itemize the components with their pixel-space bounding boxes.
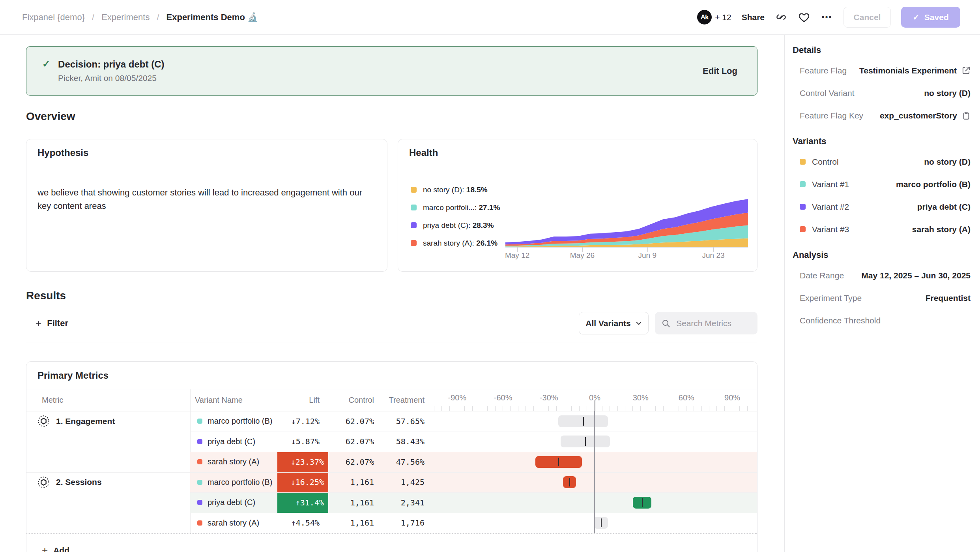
add-metric-button[interactable]: + Add [26,533,757,552]
external-link-icon[interactable] [961,66,971,75]
sidebar-row-value: no story (D) [924,157,971,167]
row-separator [190,452,757,452]
ruler-tick [632,406,633,411]
control-cell: 1,161 [326,513,374,533]
variant-name-cell: sarah story (A) [197,452,259,472]
treatment-cell: 57.65% [376,411,425,432]
breadcrumb-separator: / [92,12,94,23]
sidebar-row: Feature Flag Keyexp_customerStory [793,104,971,127]
add-filter-button[interactable]: + Filter [36,312,68,334]
metric-group-label[interactable]: 2. Sessions [37,476,102,488]
clipboard-icon[interactable] [962,111,971,120]
confidence-interval-bar [563,476,576,488]
treatment-cell: 2,341 [376,492,425,513]
axis-tick-label: 90% [724,389,740,406]
heart-icon[interactable] [798,11,810,24]
details-sidebar: DetailsFeature FlagTestimonials Experime… [784,35,980,552]
legend-value: 27.1% [479,203,500,212]
legend-label: sarah story (A): 26.1% [423,239,497,248]
legend-swatch [411,222,417,228]
lift-cell: ↓7.12% [241,411,324,432]
variant-color-swatch [197,439,202,444]
breadcrumb-item[interactable]: Experiments [101,12,150,23]
table-row[interactable]: sarah story (A)↓23.37%62.07%47.56% [26,452,757,472]
edit-log-button[interactable]: Edit Log [703,66,737,76]
breadcrumb-separator: / [157,12,159,23]
plus-icon: + [42,545,48,552]
hypothesis-title: Hypothesis [37,147,88,158]
breadcrumb-item[interactable]: Fixpanel {demo} [22,12,85,23]
collaborators-count[interactable]: + 12 [715,13,731,22]
axis-tick-label: -30% [540,389,558,406]
results-divider [26,342,757,342]
ruler-tick [686,406,686,411]
cancel-button[interactable]: Cancel [843,7,891,28]
copy-link-icon[interactable] [775,11,787,24]
breadcrumb: Fixpanel {demo}/Experiments/Experiments … [22,12,258,23]
more-options-icon[interactable]: ••• [821,11,833,24]
confidence-interval-bar [535,456,582,468]
control-cell: 62.07% [326,432,374,452]
ruler-tick [441,406,442,411]
legend-label: priya debt (C): 28.3% [423,221,494,230]
ruler-tick [655,406,656,411]
axis-tick-label: 0% [589,389,600,406]
column-metric: Metric [42,389,63,411]
lift-badge: ↓23.37% [277,452,328,472]
sidebar-row-label: Feature Flag [800,66,847,75]
ruler-tick [434,406,434,411]
variant-color-swatch [197,520,202,526]
overview-heading: Overview [26,110,75,123]
metrics-table-body: marco portfolio (B)↓7.12%62.07%57.65%pri… [26,411,757,533]
variants-dropdown[interactable]: All Variants [579,312,649,334]
ruler-tick [747,406,748,411]
ruler-tick [716,406,717,411]
legend-swatch [411,187,417,193]
ruler-tick [533,406,534,411]
saved-button[interactable]: ✓ Saved [901,7,960,28]
legend-swatch [411,205,417,210]
axis-tick-label: -60% [494,389,512,406]
table-row[interactable]: marco portfolio (B)↓16.25%1,1611,425 [26,472,757,493]
decision-title: Decision: priya debt (C) [58,59,164,70]
sidebar-row-label: Variant #1 [812,180,849,189]
sidebar-row-label: Control Variant [800,88,855,98]
saved-button-label: Saved [924,13,949,22]
chevron-down-icon [636,320,642,327]
ruler-tick [564,406,564,411]
table-row[interactable]: priya debt (C)↓5.87%62.07%58.43% [26,432,757,452]
share-button[interactable]: Share [742,13,765,22]
add-filter-label: Filter [47,318,68,329]
avatar[interactable]: Ak [697,10,712,24]
metric-name: 1. Engagement [56,417,115,426]
column-treatment: Treatment [376,389,425,411]
results-heading: Results [26,289,66,302]
ruler-tick [556,406,557,411]
confidence-interval-bar [594,517,608,529]
primary-metrics-card: Primary Metrics Metric Variant Name Lift… [26,361,757,552]
point-estimate-tick [583,417,584,426]
sidebar-row-label: Date Range [800,271,844,280]
ruler-tick [449,406,450,411]
metric-group-label[interactable]: 1. Engagement [37,415,115,427]
ruler-tick [610,406,610,411]
ruler-tick [617,406,618,411]
ruler-tick [640,406,641,411]
hypothesis-card-header: Hypothesis [26,139,387,166]
treatment-cell: 47.56% [376,452,425,472]
table-row[interactable]: priya debt (C)↑31.4%1,1612,341 [26,492,757,513]
table-row[interactable]: sarah story (A)↑4.54%1,1611,716 [26,513,757,533]
ruler-tick [579,406,580,411]
hypothesis-card: Hypothesis we believe that showing custo… [26,139,387,272]
table-row[interactable]: marco portfolio (B)↓7.12%62.07%57.65% [26,411,757,432]
ruler-tick [694,406,694,411]
row-highlight [190,492,757,513]
sidebar-row-value: May 12, 2025 – Jun 30, 2025 [861,271,971,280]
column-control: Control [326,389,374,411]
variant-color-swatch [197,480,202,485]
sidebar-row-value: marco portfolio (B) [896,180,971,189]
search-metrics-input[interactable] [675,318,752,329]
plus-icon: + [36,318,41,329]
lift-badge: ↓16.25% [277,472,328,493]
ruler-tick [457,406,457,411]
